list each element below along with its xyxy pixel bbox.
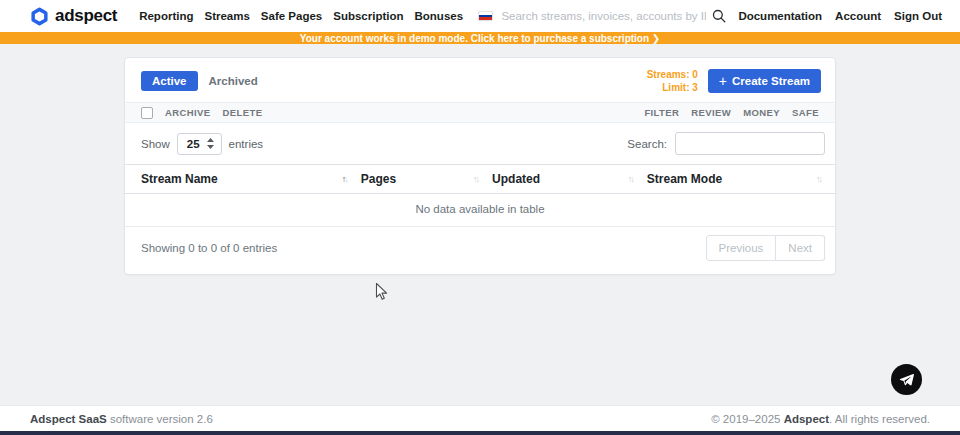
- global-search-input[interactable]: [501, 10, 706, 22]
- column-header-updated[interactable]: Updated: [492, 165, 647, 194]
- previous-page-button[interactable]: Previous: [706, 235, 777, 261]
- plus-icon: +: [719, 76, 727, 87]
- nav-sign-out[interactable]: Sign Out: [894, 10, 942, 22]
- table-info: Showing 0 to 0 of 0 entries: [141, 242, 277, 254]
- version-text: Adspect SaaS software version 2.6: [30, 413, 213, 425]
- copyright-text: © 2019–2025 Adspect. All rights reserved…: [711, 413, 930, 425]
- main-nav: Reporting Streams Safe Pages Subscriptio…: [139, 10, 463, 22]
- main-content: Active Archived Streams: 0 Limit: 3 + Cr…: [0, 44, 960, 405]
- table-search-input[interactable]: [675, 132, 825, 155]
- telegram-button[interactable]: [891, 364, 922, 395]
- search-button[interactable]: [712, 9, 726, 23]
- card-header: Active Archived Streams: 0 Limit: 3 + Cr…: [125, 58, 835, 102]
- streams-card: Active Archived Streams: 0 Limit: 3 + Cr…: [124, 57, 836, 275]
- sort-icon: [473, 174, 478, 184]
- sort-icon: [342, 174, 347, 184]
- page-length-value: 25: [187, 138, 200, 150]
- stream-tabs: Active Archived: [141, 71, 269, 91]
- nav-streams[interactable]: Streams: [204, 10, 249, 22]
- select-all-checkbox[interactable]: [141, 107, 153, 119]
- stream-limits: Streams: 0 Limit: 3: [647, 68, 698, 94]
- archive-action[interactable]: ARCHIVE: [165, 107, 211, 118]
- delete-action[interactable]: DELETE: [223, 107, 263, 118]
- page-length-select[interactable]: 25: [177, 133, 222, 155]
- streams-count: Streams: 0: [647, 68, 698, 81]
- nav-account[interactable]: Account: [835, 10, 881, 22]
- table-header-row: Stream Name Pages Updated: [125, 165, 835, 194]
- show-label: Show: [141, 138, 170, 150]
- pagination: Previous Next: [706, 235, 825, 261]
- filter-action[interactable]: FILTER: [644, 107, 679, 118]
- tab-active[interactable]: Active: [141, 71, 198, 91]
- demo-mode-banner[interactable]: Your account works in demo mode. Click h…: [0, 32, 960, 44]
- money-action[interactable]: MONEY: [743, 107, 780, 118]
- adspect-logo-icon: [30, 7, 49, 26]
- review-action[interactable]: REVIEW: [691, 107, 731, 118]
- adspect-logo[interactable]: adspect: [30, 6, 117, 26]
- column-header-stream-name[interactable]: Stream Name: [125, 165, 361, 194]
- account-nav: Documentation Account Sign Out: [738, 10, 942, 22]
- russian-flag-icon[interactable]: [478, 11, 493, 21]
- bulk-action-bar: ARCHIVE DELETE FILTER REVIEW MONEY SAFE: [125, 102, 835, 123]
- nav-subscription[interactable]: Subscription: [333, 10, 403, 22]
- topbar: adspect Reporting Streams Safe Pages Sub…: [0, 0, 960, 32]
- tab-archived[interactable]: Archived: [198, 71, 269, 91]
- nav-documentation[interactable]: Documentation: [738, 10, 822, 22]
- sort-icon: [816, 174, 821, 184]
- table-controls: Show 25 entries Search:: [125, 123, 835, 164]
- column-header-stream-mode[interactable]: Stream Mode: [647, 165, 835, 194]
- telegram-icon: [898, 371, 915, 388]
- column-header-pages[interactable]: Pages: [361, 165, 492, 194]
- streams-table: Stream Name Pages Updated: [125, 164, 835, 227]
- search-icon: [712, 9, 726, 23]
- table-search-label: Search:: [627, 138, 667, 150]
- safe-action[interactable]: SAFE: [792, 107, 819, 118]
- select-arrows-icon: [207, 138, 214, 149]
- nav-reporting[interactable]: Reporting: [139, 10, 193, 22]
- empty-table-message: No data available in table: [125, 194, 835, 227]
- create-stream-button[interactable]: + Create Stream: [708, 69, 821, 93]
- table-footer: Showing 0 to 0 of 0 entries Previous Nex…: [125, 227, 835, 274]
- logo-text: adspect: [55, 6, 117, 26]
- entries-label: entries: [229, 138, 264, 150]
- bottom-strip: [0, 431, 960, 435]
- streams-limit: Limit: 3: [647, 81, 698, 94]
- next-page-button[interactable]: Next: [776, 235, 825, 261]
- sort-icon: [628, 174, 633, 184]
- page-footer: Adspect SaaS software version 2.6 © 2019…: [0, 405, 960, 431]
- empty-table-row: No data available in table: [125, 194, 835, 227]
- nav-safe-pages[interactable]: Safe Pages: [261, 10, 322, 22]
- create-stream-label: Create Stream: [732, 75, 810, 87]
- nav-bonuses[interactable]: Bonuses: [415, 10, 464, 22]
